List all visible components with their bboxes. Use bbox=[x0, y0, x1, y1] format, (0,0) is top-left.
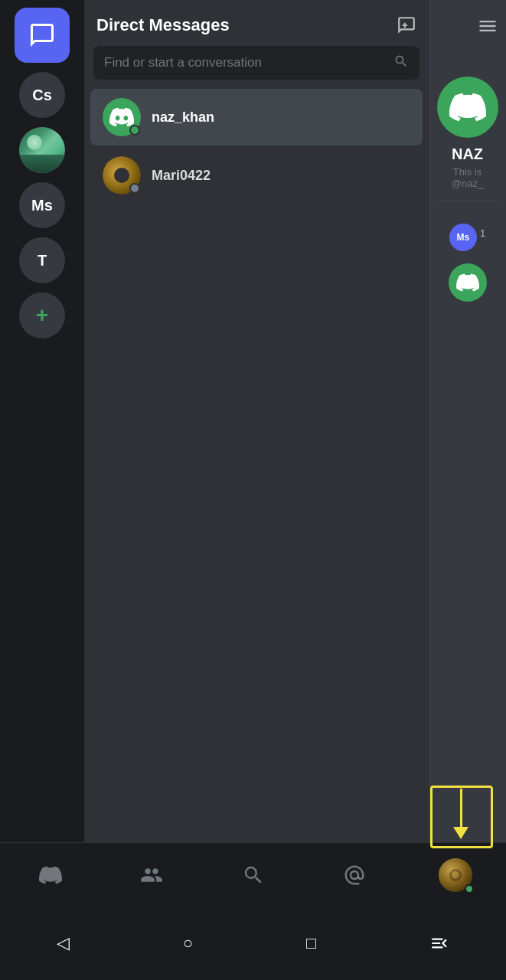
system-nav: ◁ ○ □ bbox=[0, 906, 506, 980]
right-panel-green-icon bbox=[449, 263, 487, 302]
nav-profile[interactable] bbox=[405, 858, 506, 892]
sys-menu-icon bbox=[429, 933, 449, 953]
search-bar[interactable]: Find or start a conversation bbox=[93, 46, 419, 80]
nav-mentions[interactable] bbox=[304, 864, 405, 887]
sidebar-server-t[interactable]: T bbox=[19, 237, 65, 283]
sys-recents-button[interactable]: □ bbox=[306, 933, 316, 953]
sidebar-server-cs[interactable]: Cs bbox=[19, 72, 65, 118]
right-panel-member-icon: Ms bbox=[449, 224, 477, 251]
right-panel-member-count: 1 bbox=[480, 227, 485, 239]
nav-mention-icon bbox=[343, 864, 366, 887]
add-server-button[interactable]: + bbox=[19, 292, 65, 338]
sys-home-button[interactable]: ○ bbox=[183, 933, 193, 953]
search-icon bbox=[393, 54, 409, 72]
landscape-image bbox=[19, 127, 65, 173]
sidebar-server-landscape[interactable] bbox=[19, 127, 65, 173]
mario422-status bbox=[129, 183, 140, 194]
nav-profile-avatar-container bbox=[439, 858, 472, 892]
naz-khan-status bbox=[129, 125, 140, 136]
hamburger-button[interactable] bbox=[477, 15, 498, 40]
dm-panel-title: Direct Messages bbox=[96, 15, 230, 35]
new-dm-button[interactable] bbox=[397, 15, 416, 35]
right-panel-green-discord-icon bbox=[456, 271, 479, 294]
left-sidebar: Cs Ms T + bbox=[0, 0, 84, 903]
dm-panel: Direct Messages Find or start a conversa… bbox=[84, 0, 429, 903]
right-panel-description: This is @naz_ bbox=[436, 166, 498, 189]
dm-header: Direct Messages bbox=[84, 0, 429, 46]
sidebar-server-ms[interactable]: Ms bbox=[19, 182, 65, 228]
sidebar-dm-button[interactable] bbox=[15, 8, 70, 63]
search-placeholder: Find or start a conversation bbox=[104, 55, 386, 70]
conversation-mario422[interactable]: Mari0422 bbox=[90, 147, 423, 204]
sys-back-button[interactable]: ◁ bbox=[57, 933, 70, 953]
mario422-name: Mari0422 bbox=[152, 168, 211, 184]
nav-discord-icon bbox=[39, 864, 62, 887]
mario422-avatar-wrap bbox=[103, 156, 141, 194]
nav-friends[interactable] bbox=[101, 864, 202, 887]
naz-khan-name: naz_khan bbox=[152, 109, 214, 126]
nav-friends-icon bbox=[140, 864, 163, 887]
nav-home[interactable] bbox=[0, 864, 101, 887]
bottom-nav bbox=[0, 842, 506, 906]
right-panel-discord-icon bbox=[449, 89, 486, 126]
nav-search-icon bbox=[242, 864, 265, 887]
conversation-naz-khan[interactable]: naz_khan bbox=[90, 89, 423, 145]
dm-header-icons bbox=[397, 15, 416, 35]
right-panel: NAZ This is @naz_ Ms 1 bbox=[429, 0, 506, 903]
nav-search[interactable] bbox=[202, 864, 303, 887]
naz-khan-avatar-wrap bbox=[103, 98, 141, 136]
right-panel-avatar bbox=[437, 77, 498, 138]
right-panel-username: NAZ bbox=[452, 145, 483, 163]
chat-icon bbox=[28, 21, 56, 49]
nav-profile-status bbox=[465, 884, 474, 893]
right-panel-divider bbox=[437, 201, 498, 202]
sys-menu-button[interactable] bbox=[429, 933, 449, 953]
